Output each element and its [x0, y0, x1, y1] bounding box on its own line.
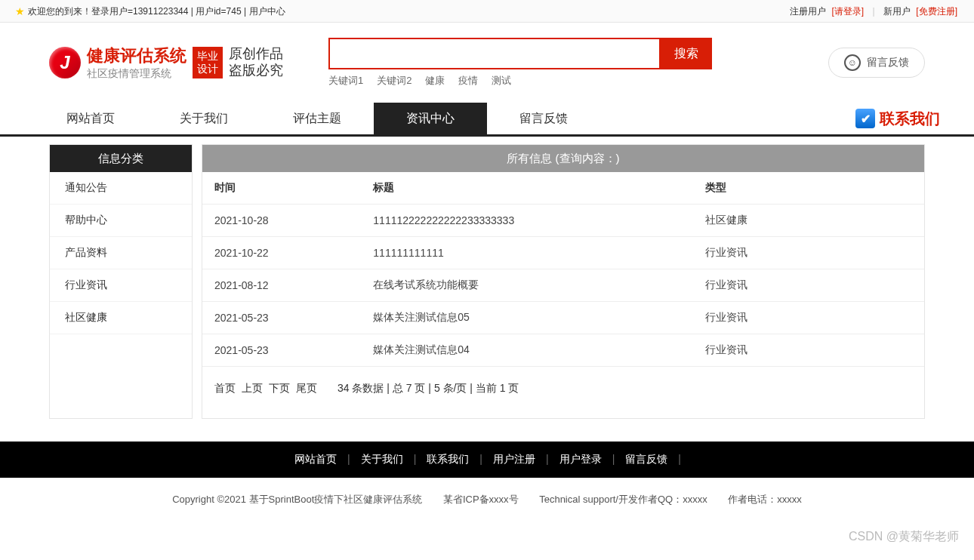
- feedback-label: 留言反馈: [867, 56, 909, 69]
- registered-user-label: 注册用户: [790, 6, 826, 17]
- table-header: 标题: [361, 172, 693, 205]
- logo-script: 原创作品盗版必究: [229, 46, 283, 78]
- feedback-button[interactable]: ☺ 留言反馈: [828, 48, 925, 78]
- main-nav: 网站首页关于我们评估主题资讯中心留言反馈✔联系我们: [0, 103, 974, 137]
- star-icon: ★: [15, 0, 25, 23]
- logo[interactable]: J 健康评估系统 社区疫情管理系统 毕业设计 原创作品盗版必究: [49, 45, 283, 81]
- footer-link[interactable]: 用户登录: [559, 453, 602, 465]
- sidebar-item[interactable]: 社区健康: [50, 302, 192, 334]
- sidebar: 信息分类 通知公告帮助中心产品资料行业资讯社区健康: [49, 144, 193, 419]
- login-link[interactable]: [请登录]: [832, 6, 865, 17]
- free-register-link[interactable]: [免费注册]: [916, 6, 957, 17]
- sidebar-header: 信息分类: [50, 145, 192, 172]
- nav-item[interactable]: 网站首页: [34, 103, 147, 134]
- page-last[interactable]: 尾页: [296, 382, 317, 394]
- footer-link[interactable]: 联系我们: [427, 453, 469, 465]
- search-button[interactable]: 搜索: [661, 38, 712, 69]
- nav-item[interactable]: 资讯中心: [374, 103, 487, 134]
- pagination: 首页 上页 下页 尾页 34 条数据 | 总 7 页 | 5 条/页 | 当前 …: [202, 367, 924, 395]
- sidebar-item[interactable]: 产品资料: [50, 237, 192, 269]
- search-keyword[interactable]: 关键词1: [328, 75, 363, 86]
- logo-title: 健康评估系统: [87, 45, 186, 67]
- search-input[interactable]: [328, 38, 661, 69]
- info-table: 时间标题类型 2021-10-2811111222222222223333333…: [202, 172, 924, 367]
- new-user-label: 新用户: [883, 6, 911, 17]
- nav-item[interactable]: 关于我们: [147, 103, 260, 134]
- header: J 健康评估系统 社区疫情管理系统 毕业设计 原创作品盗版必究 搜索 关键词1关…: [34, 23, 940, 103]
- content-panel: 所有信息 (查询内容：) 时间标题类型 2021-10-281111122222…: [202, 144, 925, 419]
- footer-link[interactable]: 用户注册: [493, 453, 535, 465]
- footer-nav: 网站首页|关于我们|联系我们|用户注册|用户登录|留言反馈|: [0, 442, 974, 478]
- page-next[interactable]: 下页: [269, 382, 290, 394]
- page-first[interactable]: 首页: [214, 382, 236, 394]
- footer-link[interactable]: 关于我们: [361, 453, 403, 465]
- logo-badge: 毕业设计: [193, 47, 223, 78]
- headset-icon: ☺: [844, 54, 861, 71]
- sidebar-item[interactable]: 行业资讯: [50, 269, 192, 302]
- table-row[interactable]: 2021-10-28111112222222222233333333社区健康: [202, 205, 924, 237]
- footer-link[interactable]: 留言反馈: [625, 453, 667, 465]
- table-row[interactable]: 2021-10-22111111111111行业资讯: [202, 237, 924, 269]
- welcome-text: 欢迎您的到来！登录用户=13911223344 | 用户id=745 |: [28, 0, 246, 23]
- search-keyword[interactable]: 健康: [425, 75, 445, 86]
- user-center-link[interactable]: 用户中心: [249, 0, 285, 23]
- table-header: 类型: [693, 172, 924, 205]
- table-row[interactable]: 2021-08-12在线考试系统功能概要行业资讯: [202, 269, 924, 302]
- check-icon: ✔: [855, 109, 875, 128]
- nav-item[interactable]: 评估主题: [260, 103, 374, 134]
- logo-subtitle: 社区疫情管理系统: [87, 67, 186, 81]
- search-keywords: 关键词1关键词2健康疫情测试: [328, 74, 712, 88]
- sidebar-item[interactable]: 通知公告: [50, 172, 192, 205]
- search-area: 搜索 关键词1关键词2健康疫情测试: [328, 38, 712, 88]
- table-header: 时间: [202, 172, 361, 205]
- table-row[interactable]: 2021-05-23媒体关注测试信息04行业资讯: [202, 334, 924, 367]
- page-prev[interactable]: 上页: [242, 382, 263, 394]
- nav-item[interactable]: 留言反馈: [487, 103, 600, 134]
- table-row[interactable]: 2021-05-23媒体关注测试信息05行业资讯: [202, 302, 924, 334]
- footer-info: Copyright ©2021 基于SprintBoot疫情下社区健康评估系统 …: [0, 478, 974, 529]
- search-keyword[interactable]: 关键词2: [377, 75, 411, 86]
- content-header: 所有信息 (查询内容：): [202, 145, 924, 172]
- contact-us[interactable]: ✔联系我们: [855, 109, 940, 129]
- search-keyword[interactable]: 疫情: [458, 75, 478, 86]
- footer-link[interactable]: 网站首页: [294, 453, 337, 465]
- sidebar-item[interactable]: 帮助中心: [50, 205, 192, 237]
- logo-icon: J: [49, 47, 81, 78]
- page-info: 34 条数据 | 总 7 页 | 5 条/页 | 当前 1 页: [338, 382, 519, 394]
- topbar: ★ 欢迎您的到来！登录用户=13911223344 | 用户id=745 | 用…: [0, 0, 974, 23]
- search-keyword[interactable]: 测试: [492, 75, 511, 86]
